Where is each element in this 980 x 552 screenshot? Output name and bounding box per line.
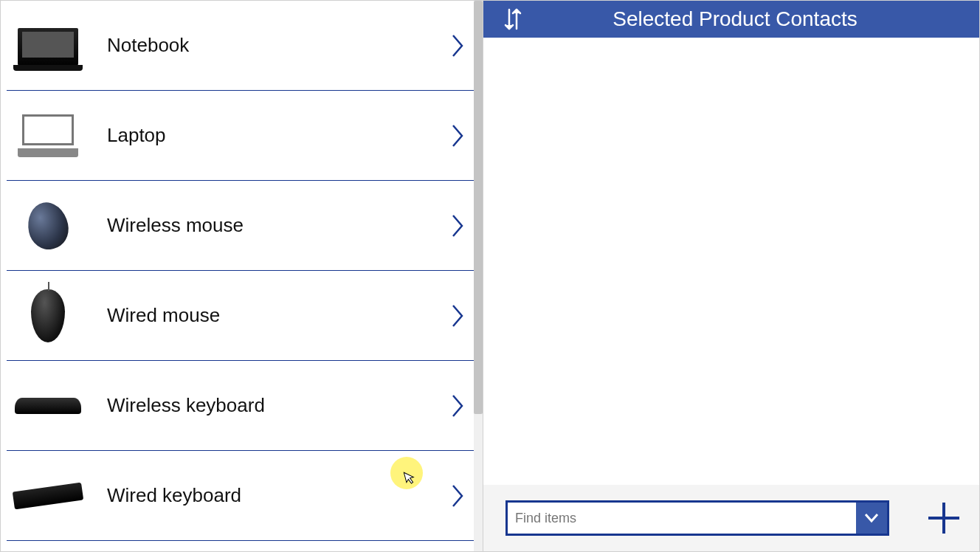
chevron-down-icon[interactable]	[856, 503, 887, 534]
chevron-right-icon	[443, 394, 472, 418]
product-item-wired-mouse[interactable]: Wired mouse	[7, 271, 477, 361]
chevron-right-icon	[443, 214, 472, 238]
product-list[interactable]: Notebook Laptop Wireless mouse	[7, 1, 477, 551]
contacts-panel: Selected Product Contacts	[483, 0, 980, 552]
contacts-title: Selected Product Contacts	[528, 7, 979, 31]
notebook-icon	[11, 18, 85, 77]
product-item-wireless-keyboard[interactable]: Wireless keyboard	[7, 361, 477, 451]
chevron-right-icon	[443, 484, 472, 508]
contacts-body	[483, 38, 979, 485]
chevron-right-icon	[443, 124, 472, 148]
product-item-wireless-mouse[interactable]: Wireless mouse	[7, 181, 477, 271]
wireless-mouse-icon	[11, 196, 85, 255]
product-label: Wired mouse	[107, 304, 443, 327]
laptop-icon	[11, 106, 85, 165]
product-label: Notebook	[107, 34, 443, 57]
product-item-notebook[interactable]: Notebook	[7, 1, 477, 91]
wired-mouse-icon	[11, 286, 85, 345]
scrollbar-thumb[interactable]	[474, 1, 483, 414]
wireless-keyboard-icon	[11, 376, 85, 435]
product-label: Wireless mouse	[107, 214, 443, 237]
find-items-input[interactable]	[508, 503, 856, 534]
chevron-right-icon	[443, 34, 472, 58]
product-label: Wireless keyboard	[107, 394, 443, 417]
products-panel: Notebook Laptop Wireless mouse	[0, 0, 483, 552]
product-item-laptop[interactable]: Laptop	[7, 91, 477, 181]
app-root: Notebook Laptop Wireless mouse	[0, 0, 980, 552]
add-button[interactable]	[923, 497, 965, 539]
find-items-combobox[interactable]	[505, 500, 889, 536]
sort-icon[interactable]	[498, 4, 528, 34]
product-item-wired-keyboard[interactable]: Wired keyboard	[7, 451, 477, 541]
scrollbar[interactable]	[474, 1, 483, 551]
wired-keyboard-icon	[11, 466, 85, 525]
product-label: Laptop	[107, 124, 443, 147]
chevron-right-icon	[443, 304, 472, 328]
contacts-bottom-bar	[483, 485, 979, 551]
product-label: Wired keyboard	[107, 484, 443, 507]
contacts-header: Selected Product Contacts	[483, 1, 979, 38]
